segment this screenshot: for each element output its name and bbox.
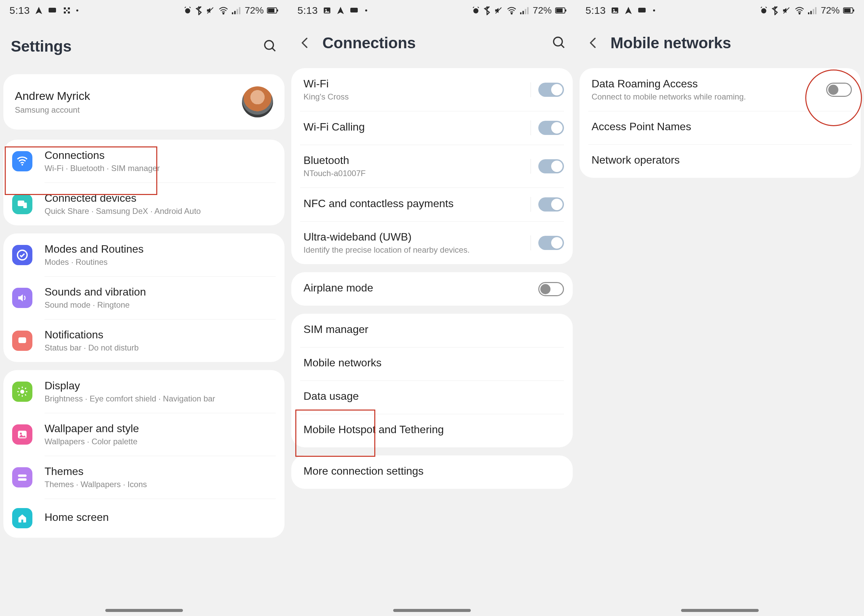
notif-icon: [12, 331, 32, 351]
svg-point-60: [761, 8, 766, 14]
status-icon: [48, 6, 58, 14]
svg-rect-48: [522, 11, 524, 14]
signal-icon: [520, 6, 530, 14]
item-title: Themes: [44, 465, 276, 478]
phone-settings: 5:13 72% Settings Andrew Myrick Samsung …: [0, 0, 288, 616]
svg-rect-39: [18, 478, 27, 480]
svg-rect-66: [815, 7, 817, 14]
toggle-switch[interactable]: [538, 83, 564, 97]
alarm-icon: [759, 6, 768, 15]
page-header: Mobile networks: [576, 21, 864, 68]
status-icon: [63, 6, 71, 14]
settings-item-display[interactable]: Display Brightness · Eye comfort shield …: [3, 370, 285, 413]
settings-item-data-usage[interactable]: Data usage: [291, 380, 573, 414]
settings-item-notifications[interactable]: Notifications Status bar · Do not distur…: [3, 319, 285, 362]
settings-item-wi-fi-calling[interactable]: Wi-Fi Calling: [291, 111, 573, 145]
svg-rect-68: [844, 8, 850, 13]
settings-item-data-roaming-access[interactable]: Data Roaming Access Connect to mobile ne…: [579, 68, 861, 111]
settings-item-sim-manager[interactable]: SIM manager: [291, 314, 573, 347]
svg-line-34: [19, 394, 20, 395]
settings-item-mobile-hotspot-and-tethering[interactable]: Mobile Hotspot and Tethering: [291, 414, 573, 447]
item-title: Display: [44, 380, 276, 392]
status-bar: 5:13 72%: [288, 0, 576, 21]
svg-rect-16: [277, 9, 278, 11]
settings-group: SIM manager Mobile networks Data usage: [291, 314, 573, 447]
status-icon: [76, 9, 79, 12]
settings-item-mobile-networks[interactable]: Mobile networks: [291, 347, 573, 380]
settings-item-connected-devices[interactable]: Connected devices Quick Share · Samsung …: [3, 182, 285, 225]
settings-item-ultra-wideband-uwb-[interactable]: Ultra-wideband (UWB) Identify the precis…: [291, 221, 573, 264]
settings-item-bluetooth[interactable]: Bluetooth NTouch-a01007F: [291, 145, 573, 187]
back-button[interactable]: [584, 34, 603, 52]
svg-rect-3: [64, 11, 66, 14]
toggle-switch[interactable]: [826, 83, 852, 97]
status-icon: [35, 6, 43, 15]
item-title: NFC and contactless payments: [304, 197, 530, 210]
settings-item-wallpaper-and-style[interactable]: Wallpaper and style Wallpapers · Color p…: [3, 413, 285, 456]
item-sub: NTouch-a01007F: [304, 169, 530, 178]
svg-rect-64: [810, 11, 812, 14]
theme-icon: [12, 467, 32, 487]
svg-point-54: [554, 37, 562, 46]
settings-item-home-screen[interactable]: Home screen: [3, 498, 285, 538]
item-title: Notifications: [44, 328, 276, 341]
item-title: Data usage: [304, 390, 563, 402]
svg-rect-47: [520, 13, 521, 14]
search-button[interactable]: [551, 35, 566, 51]
item-sub: Status bar · Do not disturb: [44, 343, 276, 352]
svg-rect-53: [565, 9, 567, 11]
settings-item-sounds-and-vibration[interactable]: Sounds and vibration Sound mode · Ringto…: [3, 276, 285, 319]
toggle-switch[interactable]: [538, 159, 564, 173]
toggle-switch[interactable]: [538, 121, 564, 135]
toggle-switch[interactable]: [538, 236, 564, 250]
item-title: Home screen: [44, 511, 276, 523]
settings-group: Display Brightness · Eye comfort shield …: [3, 370, 285, 538]
item-title: Mobile networks: [304, 357, 563, 369]
battery-percent: 72%: [245, 5, 264, 16]
settings-item-access-point-names[interactable]: Access Point Names: [579, 111, 861, 145]
settings-item-connections[interactable]: Connections Wi-Fi · Bluetooth · SIM mana…: [3, 140, 285, 182]
svg-rect-12: [237, 9, 238, 14]
item-title: Network operators: [592, 154, 852, 166]
status-icon: [336, 6, 345, 15]
item-title: Connections: [44, 149, 276, 162]
status-icon: [624, 6, 633, 15]
status-icon: [637, 6, 648, 14]
item-title: Bluetooth: [304, 154, 530, 167]
avatar[interactable]: [242, 86, 273, 118]
settings-item-more-connection-settings[interactable]: More connection settings: [291, 456, 573, 489]
item-title: Sounds and vibration: [44, 286, 276, 298]
wifi-icon: [507, 6, 517, 14]
sun-icon: [12, 382, 32, 402]
toggle-switch[interactable]: [538, 282, 564, 296]
battery-percent: 72%: [533, 5, 552, 16]
bluetooth-icon: [195, 6, 202, 15]
wifi-icon: [12, 151, 32, 171]
status-time: 5:13: [297, 5, 318, 16]
search-button[interactable]: [262, 38, 277, 54]
settings-item-themes[interactable]: Themes Themes · Wallpapers · Icons: [3, 456, 285, 498]
battery-icon: [555, 7, 567, 14]
svg-rect-38: [18, 474, 27, 477]
settings-item-wi-fi[interactable]: Wi-Fi King's Cross: [291, 68, 573, 111]
toggle-switch[interactable]: [538, 197, 564, 212]
svg-point-26: [24, 339, 25, 340]
battery-percent: 72%: [821, 5, 840, 16]
svg-rect-42: [350, 8, 358, 13]
item-title: Access Point Names: [592, 121, 852, 133]
toggle-separator: [530, 82, 531, 97]
settings-group: Connections Wi-Fi · Bluetooth · SIM mana…: [3, 140, 285, 225]
svg-rect-4: [68, 11, 70, 14]
svg-point-57: [613, 9, 615, 11]
svg-point-46: [511, 13, 512, 14]
toggle-separator: [530, 197, 531, 212]
settings-item-nfc-and-contactless-payments[interactable]: NFC and contactless payments: [291, 187, 573, 221]
home-icon: [12, 508, 32, 528]
settings-item-airplane-mode[interactable]: Airplane mode: [291, 272, 573, 306]
bluetooth-icon: [484, 6, 490, 15]
back-button[interactable]: [296, 34, 314, 52]
settings-item-network-operators[interactable]: Network operators: [579, 145, 861, 178]
account-card[interactable]: Andrew Myrick Samsung account: [3, 74, 285, 130]
item-title: SIM manager: [304, 323, 563, 336]
settings-item-modes-and-routines[interactable]: Modes and Routines Modes · Routines: [3, 233, 285, 276]
